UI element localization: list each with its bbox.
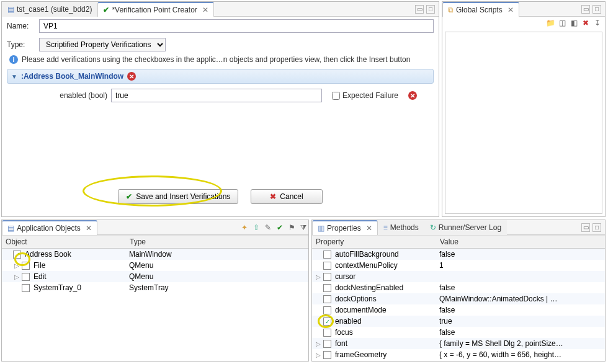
- tab-properties[interactable]: Properties ✕: [312, 220, 378, 235]
- tab-label: Global Scripts: [456, 6, 503, 14]
- close-icon[interactable]: ✕: [202, 6, 208, 14]
- sort-icon[interactable]: ↧: [592, 18, 602, 28]
- check-icon[interactable]: ✔: [275, 223, 285, 233]
- expected-failure-checkbox[interactable]: [332, 92, 340, 100]
- global-scripts-toolbar: 📁 ◫ ◧ ✖ ↧: [442, 17, 605, 29]
- table-row[interactable]: documentModefalse: [312, 304, 605, 316]
- object-name: Edit: [31, 272, 129, 281]
- expand-icon[interactable]: ▷: [315, 340, 322, 347]
- property-name: font: [333, 339, 439, 348]
- property-name: focus: [333, 328, 439, 337]
- col-object[interactable]: Object: [2, 236, 126, 248]
- expand-icon[interactable]: ▷: [315, 352, 322, 358]
- properties-tabbar: Properties ✕ Methods Runner/Server Log ▭…: [312, 220, 605, 235]
- row-checkbox[interactable]: [22, 262, 30, 270]
- row-checkbox[interactable]: [323, 262, 331, 270]
- tab-tst-case1[interactable]: tst_case1 (suite_bdd2): [2, 2, 97, 17]
- tab-global-scripts[interactable]: Global Scripts ✕: [442, 2, 519, 17]
- info-text: Please add verifications using the check…: [22, 55, 410, 64]
- tab-methods[interactable]: Methods: [378, 220, 424, 235]
- tab-application-objects[interactable]: Application Objects ✕: [2, 220, 97, 235]
- up-icon[interactable]: ⇧: [251, 223, 261, 233]
- runner-icon: [430, 223, 436, 232]
- row-checkbox[interactable]: [323, 317, 331, 326]
- row-checkbox[interactable]: [323, 329, 331, 337]
- close-icon[interactable]: ✕: [507, 6, 514, 14]
- collapse-icon[interactable]: ▼: [11, 73, 17, 80]
- row-checkbox[interactable]: [323, 251, 331, 259]
- table-row[interactable]: autoFillBackgroundfalse: [312, 249, 605, 260]
- property-name: contextMenuPolicy: [333, 261, 439, 270]
- type-label: Type:: [7, 40, 34, 49]
- application-objects-panel: Application Objects ✕ ✦ ⇧ ✎ ✔ ⚑ ⧩ Object…: [1, 220, 309, 362]
- property-value: false: [439, 328, 605, 337]
- row-checkbox[interactable]: [323, 273, 331, 281]
- table-row[interactable]: dockNestingEnabledfalse: [312, 282, 605, 293]
- remove-property-icon[interactable]: ✕: [408, 91, 417, 100]
- refresh-icon[interactable]: ✦: [239, 223, 249, 233]
- table-row[interactable]: focusfalse: [312, 327, 605, 338]
- maximize-button[interactable]: □: [592, 223, 601, 232]
- tab-label: *Verification Point Creator: [112, 6, 197, 14]
- app-objects-tabbar: Application Objects ✕ ✦ ⇧ ✎ ✔ ⚑ ⧩: [2, 220, 308, 235]
- expand-icon[interactable]: ▷: [315, 273, 322, 280]
- minimize-button[interactable]: ▭: [581, 223, 590, 232]
- table-row[interactable]: ▷FileQMenu: [2, 260, 308, 271]
- type-select[interactable]: Scriptified Property Verifications: [39, 38, 166, 51]
- row-checkbox[interactable]: [323, 306, 331, 314]
- tab-label: Application Objects: [17, 224, 81, 233]
- filter-icon[interactable]: ⧩: [298, 223, 308, 233]
- property-value-input[interactable]: [111, 89, 322, 102]
- remove-object-icon[interactable]: ✕: [127, 72, 136, 81]
- table-row[interactable]: SystemTray_0SystemTray: [2, 282, 308, 293]
- table-row[interactable]: enabledtrue: [312, 316, 605, 327]
- close-icon[interactable]: ✕: [366, 224, 372, 233]
- tab-vp-creator[interactable]: *Verification Point Creator ✕: [97, 2, 213, 17]
- info-icon: i: [9, 55, 18, 64]
- properties-window-buttons: ▭ □: [578, 223, 605, 232]
- property-name: autoFillBackground: [333, 250, 439, 259]
- row-checkbox[interactable]: [13, 251, 21, 259]
- open-icon[interactable]: ◧: [569, 18, 579, 28]
- table-row[interactable]: contextMenuPolicy1: [312, 260, 605, 271]
- property-name: documentMode: [333, 306, 439, 314]
- tab-runner-log[interactable]: Runner/Server Log: [424, 220, 507, 235]
- new-icon[interactable]: ◫: [557, 18, 567, 28]
- type-row: Type: Scriptified Property Verifications: [2, 35, 439, 54]
- expand-icon[interactable]: ▷: [13, 273, 20, 280]
- row-checkbox[interactable]: [323, 351, 331, 359]
- save-insert-button[interactable]: ✔ Save and Insert Verifications: [118, 189, 238, 204]
- close-icon[interactable]: ✕: [86, 224, 92, 233]
- minimize-button[interactable]: ▭: [415, 5, 424, 14]
- table-row[interactable]: ▷font{ family = MS Shell Dlg 2, pointSiz…: [312, 338, 605, 349]
- expected-failure-label[interactable]: Expected Failure: [332, 91, 398, 100]
- col-value[interactable]: Value: [436, 236, 605, 248]
- verification-object-header[interactable]: ▼ :Address Book_MainWindow ✕: [7, 69, 434, 84]
- row-checkbox[interactable]: [323, 340, 331, 348]
- row-checkbox[interactable]: [323, 295, 331, 303]
- name-input[interactable]: [39, 19, 434, 33]
- delete-icon[interactable]: ✖: [581, 18, 591, 28]
- maximize-button[interactable]: □: [426, 5, 435, 14]
- edit-icon[interactable]: ✎: [263, 223, 273, 233]
- table-row[interactable]: ▷EditQMenu: [2, 271, 308, 282]
- row-checkbox[interactable]: [22, 273, 30, 281]
- folder-icon[interactable]: 📁: [545, 18, 555, 28]
- config-icon[interactable]: ⚑: [287, 223, 297, 233]
- table-row[interactable]: dockOptionsQMainWindow::AnimatedDocks | …: [312, 293, 605, 304]
- maximize-button[interactable]: □: [592, 5, 601, 14]
- property-row: enabled (bool) Expected Failure ✕: [2, 85, 439, 106]
- info-row: i Please add verifications using the che…: [2, 54, 439, 68]
- minimize-button[interactable]: ▭: [581, 5, 590, 14]
- cancel-button[interactable]: ✖ Cancel: [251, 189, 322, 204]
- row-checkbox[interactable]: [323, 284, 331, 292]
- table-row[interactable]: Address BookMainWindow: [2, 249, 308, 260]
- col-property[interactable]: Property: [312, 236, 436, 248]
- col-type[interactable]: Type: [126, 236, 308, 248]
- table-row[interactable]: ▷cursor: [312, 271, 605, 282]
- property-name: frameGeometry: [333, 350, 439, 359]
- table-row[interactable]: ▷frameGeometry{ x = -6, y = 60, width = …: [312, 349, 605, 360]
- row-checkbox[interactable]: [22, 284, 30, 292]
- expand-icon[interactable]: ▷: [13, 262, 20, 269]
- object-type: SystemTray: [129, 283, 308, 292]
